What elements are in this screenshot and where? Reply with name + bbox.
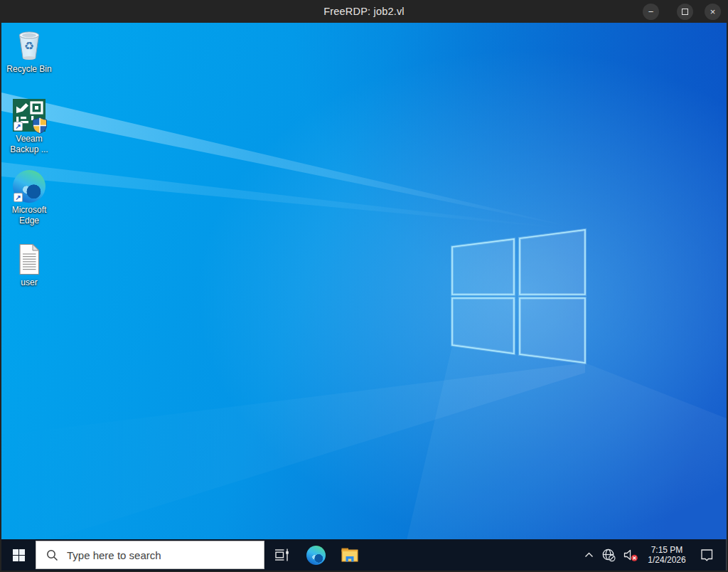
desktop-icon-user-file[interactable]: user xyxy=(3,242,55,288)
desktop-icon-microsoft-edge[interactable]: ↗ Microsoft Edge xyxy=(3,169,55,226)
freerdp-window: FreeRDP: job2.vl − × xyxy=(0,0,728,572)
search-icon xyxy=(46,549,58,561)
minimize-button[interactable]: − xyxy=(643,4,659,20)
taskbar-clock[interactable]: 7:15 PM 1/24/2026 xyxy=(642,539,692,571)
minimize-icon: − xyxy=(648,7,654,16)
svg-text:♻: ♻ xyxy=(24,40,34,52)
close-button[interactable]: × xyxy=(705,4,721,20)
taskbar-search[interactable] xyxy=(36,541,264,569)
shortcut-arrow-icon: ↗ xyxy=(14,193,23,202)
maximize-button[interactable] xyxy=(677,4,693,20)
action-center-icon xyxy=(699,548,714,562)
edge-taskbar-button[interactable] xyxy=(299,539,333,571)
task-view-button[interactable] xyxy=(264,539,299,571)
system-tray: 7:15 PM 1/24/2026 xyxy=(579,539,727,571)
veeam-icon: ↗ xyxy=(12,98,46,132)
icon-label: Microsoft xyxy=(12,205,47,216)
file-explorer-icon xyxy=(341,547,359,563)
windows-desktop[interactable]: ♻ Recycle Bin xyxy=(1,23,727,571)
edge-icon: ↗ xyxy=(12,169,46,203)
show-desktop-button[interactable] xyxy=(726,539,727,571)
clock-date: 1/24/2026 xyxy=(648,555,685,565)
tray-overflow-button[interactable] xyxy=(579,539,598,571)
desktop-icon-veeam-backup[interactable]: ↗ Veeam Backup ... xyxy=(3,98,55,154)
maximize-icon xyxy=(682,9,688,15)
edge-icon xyxy=(306,546,326,565)
text-file-icon xyxy=(12,242,46,276)
start-icon xyxy=(13,549,25,561)
chevron-up-icon xyxy=(584,551,594,558)
icon-label: Veeam xyxy=(10,134,48,144)
clock-time: 7:15 PM xyxy=(651,545,683,555)
action-center-button[interactable] xyxy=(692,539,722,571)
icon-label-line2: Edge xyxy=(12,216,47,226)
volume-button[interactable] xyxy=(619,539,642,571)
recycle-bin-icon: ♻ xyxy=(12,28,46,63)
volume-muted-icon xyxy=(623,548,638,562)
taskbar: 7:15 PM 1/24/2026 xyxy=(1,539,727,571)
window-title: FreeRDP: job2.vl xyxy=(323,6,405,17)
file-explorer-button[interactable] xyxy=(333,539,367,571)
close-icon: × xyxy=(710,7,716,16)
window-controls: − × xyxy=(643,0,721,23)
task-view-icon xyxy=(274,547,290,563)
icon-label: Recycle Bin xyxy=(6,64,51,75)
uac-shield-icon xyxy=(32,117,48,134)
start-button[interactable] xyxy=(1,539,36,571)
shortcut-arrow-icon: ↗ xyxy=(14,122,23,131)
icon-label: user xyxy=(21,277,37,288)
window-titlebar: FreeRDP: job2.vl − × xyxy=(0,0,728,23)
network-status-button[interactable] xyxy=(598,539,619,571)
icon-label-line2: Backup ... xyxy=(10,144,48,155)
desktop-icon-recycle-bin[interactable]: ♻ Recycle Bin xyxy=(3,28,55,75)
wallpaper xyxy=(1,23,727,571)
search-input[interactable] xyxy=(67,549,264,561)
network-offline-icon xyxy=(601,548,616,562)
